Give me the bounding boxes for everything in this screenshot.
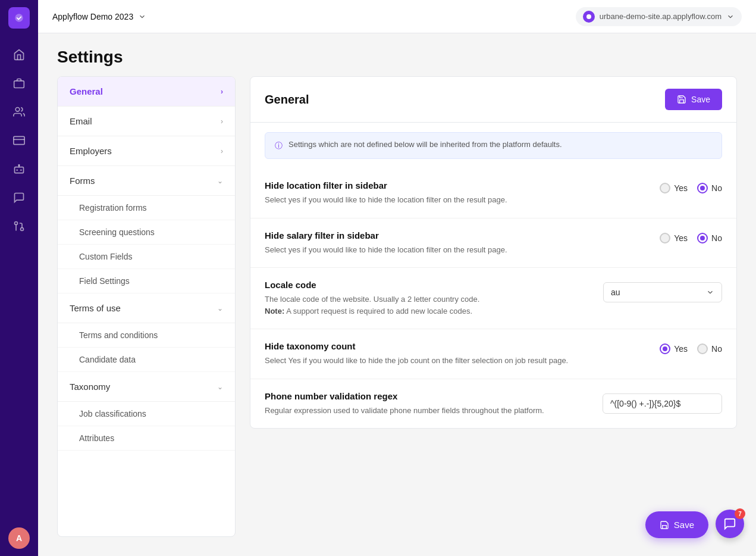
radio-location-yes-circle[interactable] <box>660 183 670 193</box>
setting-desc-phone-regex: Regular expression used to validate phon… <box>265 405 588 417</box>
setting-row-hide-taxonomy-count: Hide taxonomy count Select Yes if you wo… <box>250 329 736 379</box>
radio-location-yes[interactable]: Yes <box>660 183 688 193</box>
nav-git-icon[interactable] <box>7 214 31 238</box>
sidebar-item-employers-chevron-icon: › <box>221 147 223 155</box>
user-avatar[interactable]: A <box>8 527 30 549</box>
app-title: Applyflow Demo 2023 <box>52 12 133 21</box>
svg-point-12 <box>586 14 591 19</box>
save-icon <box>677 95 686 104</box>
setting-row-phone-regex: Phone number validation regex Regular ex… <box>250 379 736 429</box>
radio-location-no-circle[interactable] <box>697 183 708 193</box>
panel-header: General Save <box>250 77 736 123</box>
radio-taxonomy-count-yes[interactable]: Yes <box>660 343 688 354</box>
sidebar-sub-job-classifications[interactable]: Job classifications <box>58 402 235 426</box>
sidebar-item-employers-label: Employers <box>70 146 112 156</box>
nav-briefcase-icon[interactable] <box>7 71 31 95</box>
radio-group-location: Yes No <box>660 183 722 193</box>
sidebar-item-terms-chevron-icon: ⌄ <box>217 304 223 313</box>
setting-info-locale: Locale code The locale code of the websi… <box>265 280 589 317</box>
site-selector[interactable]: urbane-demo-site.ap.applyflow.com <box>576 7 742 26</box>
radio-group-taxonomy-count: Yes No <box>660 343 722 354</box>
radio-taxonomy-count-yes-circle[interactable] <box>660 343 670 354</box>
radio-group-salary: Yes No <box>660 233 722 243</box>
sidebar-item-general-chevron-icon: › <box>221 88 223 96</box>
sidebar-sub-screening-questions[interactable]: Screening questions <box>58 220 235 245</box>
nav-card-icon[interactable] <box>7 129 31 152</box>
setting-control-taxonomy-count: Yes No <box>660 341 722 354</box>
floating-save-icon <box>660 520 669 530</box>
svg-point-10 <box>15 222 18 225</box>
radio-taxonomy-count-no-circle[interactable] <box>697 343 708 354</box>
setting-label-taxonomy-count: Hide taxonomy count <box>265 341 645 351</box>
locale-note-label: Note: <box>265 307 284 316</box>
radio-salary-yes-circle[interactable] <box>660 233 670 243</box>
svg-rect-5 <box>15 167 24 173</box>
sidebar-item-terms-label: Terms of use <box>70 303 121 313</box>
floating-save-button[interactable]: Save <box>645 511 708 538</box>
settings-panel: General Save ⓘ Settings which are not de… <box>250 76 737 429</box>
app-title-chevron-icon <box>138 13 146 21</box>
sidebar-item-forms-chevron-icon: ⌄ <box>217 177 223 185</box>
setting-row-locale-code: Locale code The locale code of the websi… <box>250 268 736 329</box>
radio-salary-yes[interactable]: Yes <box>660 233 688 243</box>
svg-point-6 <box>18 165 20 166</box>
locale-select[interactable]: au <box>603 282 722 302</box>
chat-icon <box>723 517 736 530</box>
sidebar-item-terms-of-use[interactable]: Terms of use ⌄ <box>58 293 235 323</box>
radio-salary-no-circle[interactable] <box>697 233 708 243</box>
top-bar: Applyflow Demo 2023 urbane-demo-site.ap.… <box>38 0 756 33</box>
chat-button[interactable]: 7 <box>716 510 744 538</box>
sidebar-item-forms[interactable]: Forms ⌄ <box>58 166 235 196</box>
locale-chevron-icon <box>706 288 714 296</box>
setting-row-hide-salary-filter: Hide salary filter in sidebar Select yes… <box>250 218 736 268</box>
sidebar-item-general[interactable]: General › <box>58 77 235 107</box>
setting-label-location: Hide location filter in sidebar <box>265 180 645 190</box>
svg-rect-3 <box>14 136 24 144</box>
setting-info-location: Hide location filter in sidebar Select y… <box>265 180 645 206</box>
sidebar-item-forms-label: Forms <box>70 176 95 186</box>
sidebar-item-taxonomy[interactable]: Taxonomy ⌄ <box>58 372 235 402</box>
svg-point-2 <box>15 108 20 112</box>
sidebar-sub-field-settings[interactable]: Field Settings <box>58 269 235 293</box>
icon-bar: A <box>0 0 38 556</box>
radio-taxonomy-count-no[interactable]: No <box>697 343 722 354</box>
save-button[interactable]: Save <box>665 89 722 110</box>
nav-robot-icon[interactable] <box>7 157 31 181</box>
locale-note-text: A support request is required to add new… <box>286 307 472 316</box>
info-text: Settings which are not defined below wil… <box>288 140 562 149</box>
radio-salary-no[interactable]: No <box>697 233 722 243</box>
page-header: Settings <box>38 33 756 76</box>
setting-info-phone-regex: Phone number validation regex Regular ex… <box>265 391 588 417</box>
sidebar-item-email-chevron-icon: › <box>221 117 223 126</box>
nav-home-icon[interactable] <box>7 43 31 67</box>
phone-regex-input[interactable] <box>603 393 722 414</box>
svg-point-9 <box>21 228 24 231</box>
panel-title: General <box>265 93 309 107</box>
sidebar-item-email[interactable]: Email › <box>58 107 235 136</box>
chat-badge: 7 <box>735 508 745 519</box>
setting-info-taxonomy-count: Hide taxonomy count Select Yes if you wo… <box>265 341 645 367</box>
nav-users-icon[interactable] <box>7 100 31 124</box>
setting-desc-salary: Select yes if you would like to hide the… <box>265 244 645 256</box>
nav-chat-icon[interactable] <box>7 186 31 210</box>
radio-location-no[interactable]: No <box>697 183 722 193</box>
main-area: Applyflow Demo 2023 urbane-demo-site.ap.… <box>38 0 756 556</box>
sidebar-sub-candidate-data[interactable]: Candidate data <box>58 348 235 372</box>
setting-label-salary: Hide salary filter in sidebar <box>265 230 645 240</box>
app-title-bar[interactable]: Applyflow Demo 2023 <box>52 12 146 21</box>
content-area: Settings General › Email › Employers › F… <box>38 33 756 556</box>
setting-label-phone-regex: Phone number validation regex <box>265 391 588 401</box>
setting-info-salary: Hide salary filter in sidebar Select yes… <box>265 230 645 256</box>
page-title: Settings <box>57 48 737 67</box>
sidebar-item-email-label: Email <box>70 116 92 126</box>
setting-row-hide-location-filter: Hide location filter in sidebar Select y… <box>250 168 736 218</box>
sidebar-sub-registration-forms[interactable]: Registration forms <box>58 196 235 220</box>
sidebar-item-taxonomy-label: Taxonomy <box>70 382 110 392</box>
app-logo[interactable] <box>8 7 30 29</box>
sidebar-sub-attributes[interactable]: Attributes <box>58 426 235 451</box>
sidebar-item-employers[interactable]: Employers › <box>58 136 235 166</box>
sidebar-sub-custom-fields[interactable]: Custom Fields <box>58 245 235 269</box>
sidebar-sub-terms-conditions[interactable]: Terms and conditions <box>58 323 235 348</box>
info-banner: ⓘ Settings which are not defined below w… <box>265 132 722 159</box>
setting-control-locale: au <box>603 280 722 302</box>
